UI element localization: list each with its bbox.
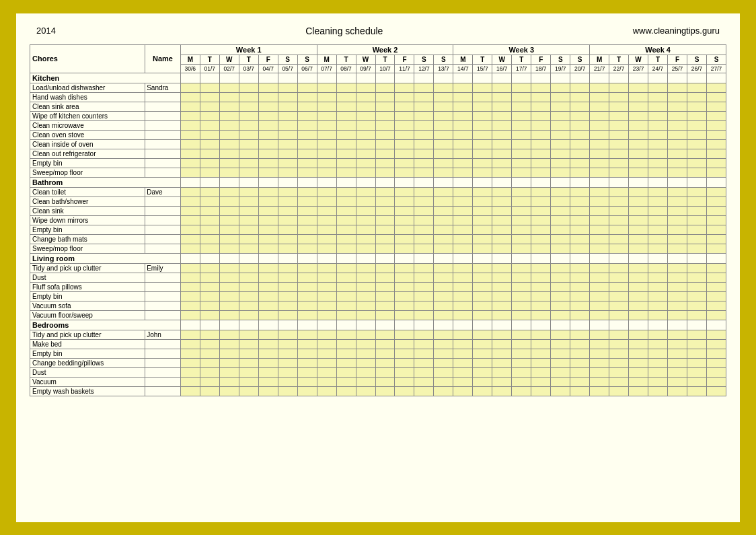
chore-3-2-day-3[interactable]	[239, 349, 258, 358]
chore-2-2-day-14[interactable]	[453, 282, 473, 291]
chore-3-6-day-22[interactable]	[609, 386, 629, 396]
chore-0-3-day-17[interactable]	[512, 111, 531, 120]
chore-1-4-day-4[interactable]	[258, 225, 278, 234]
chore-3-4-day-25[interactable]	[668, 367, 687, 377]
chore-0-5-day-12[interactable]	[414, 130, 434, 139]
chore-2-2-day-10[interactable]	[375, 282, 395, 291]
chore-3-0-day-13[interactable]	[434, 330, 453, 339]
chore-0-7-day-8[interactable]	[336, 149, 356, 158]
chore-0-6-day-5[interactable]	[278, 139, 297, 149]
chore-3-2-day-0[interactable]	[180, 349, 200, 358]
chore-0-4-day-15[interactable]	[473, 120, 492, 130]
chore-0-9-day-24[interactable]	[648, 168, 668, 177]
chore-1-3-day-26[interactable]	[687, 215, 707, 225]
chore-0-4-day-25[interactable]	[668, 120, 687, 130]
chore-0-2-day-0[interactable]	[180, 102, 200, 111]
chore-1-0-day-17[interactable]	[512, 187, 531, 197]
chore-1-6-day-14[interactable]	[453, 244, 473, 253]
chore-0-9-day-25[interactable]	[668, 168, 687, 177]
chore-3-1-day-14[interactable]	[453, 339, 473, 349]
chore-1-1-day-17[interactable]	[512, 197, 531, 206]
chore-3-1-day-15[interactable]	[473, 339, 492, 349]
chore-1-6-day-26[interactable]	[687, 244, 707, 253]
chore-3-0-day-5[interactable]	[278, 330, 297, 339]
chore-3-2-day-25[interactable]	[668, 349, 687, 358]
chore-3-6-day-25[interactable]	[668, 386, 687, 396]
chore-1-4-day-6[interactable]	[297, 225, 317, 234]
chore-0-2-day-2[interactable]	[219, 102, 239, 111]
chore-2-1-day-0[interactable]	[180, 273, 200, 282]
chore-2-2-day-15[interactable]	[473, 282, 492, 291]
chore-3-1-day-20[interactable]	[570, 339, 590, 349]
chore-0-3-day-11[interactable]	[395, 111, 414, 120]
chore-1-3-day-20[interactable]	[570, 215, 590, 225]
chore-3-4-day-7[interactable]	[317, 367, 336, 377]
chore-0-6-day-20[interactable]	[570, 139, 590, 149]
chore-0-9-day-17[interactable]	[512, 168, 531, 177]
chore-1-1-day-11[interactable]	[395, 197, 414, 206]
chore-2-5-day-26[interactable]	[687, 310, 707, 320]
chore-1-5-day-14[interactable]	[453, 234, 473, 244]
chore-3-2-day-24[interactable]	[648, 349, 668, 358]
chore-3-1-day-17[interactable]	[512, 339, 531, 349]
chore-2-3-day-10[interactable]	[375, 291, 395, 301]
chore-0-1-day-26[interactable]	[687, 92, 707, 102]
chore-3-4-day-5[interactable]	[278, 367, 297, 377]
chore-0-0-day-11[interactable]	[395, 83, 414, 92]
chore-1-5-day-13[interactable]	[434, 234, 453, 244]
chore-2-5-day-24[interactable]	[648, 310, 668, 320]
chore-0-4-day-16[interactable]	[492, 120, 512, 130]
chore-0-2-day-20[interactable]	[570, 102, 590, 111]
chore-3-6-day-27[interactable]	[706, 386, 726, 396]
chore-2-5-day-9[interactable]	[356, 310, 375, 320]
chore-0-8-day-10[interactable]	[375, 158, 395, 168]
chore-2-3-day-13[interactable]	[434, 291, 453, 301]
chore-0-3-day-6[interactable]	[297, 111, 317, 120]
chore-3-1-day-5[interactable]	[278, 339, 297, 349]
chore-3-0-day-7[interactable]	[317, 330, 336, 339]
chore-3-2-day-16[interactable]	[492, 349, 512, 358]
chore-1-5-day-10[interactable]	[375, 234, 395, 244]
chore-2-5-day-18[interactable]	[531, 310, 551, 320]
chore-3-3-day-25[interactable]	[668, 358, 687, 367]
chore-2-3-day-21[interactable]	[590, 291, 609, 301]
chore-0-6-day-7[interactable]	[317, 139, 336, 149]
chore-0-7-day-12[interactable]	[414, 149, 434, 158]
chore-0-6-day-16[interactable]	[492, 139, 512, 149]
chore-3-2-day-26[interactable]	[687, 349, 707, 358]
chore-2-4-day-16[interactable]	[492, 301, 512, 310]
chore-3-2-day-20[interactable]	[570, 349, 590, 358]
chore-3-1-day-1[interactable]	[200, 339, 219, 349]
chore-2-0-day-17[interactable]	[512, 263, 531, 273]
chore-0-7-day-24[interactable]	[648, 149, 668, 158]
chore-0-7-day-3[interactable]	[239, 149, 258, 158]
chore-2-5-day-20[interactable]	[570, 310, 590, 320]
chore-1-6-day-16[interactable]	[492, 244, 512, 253]
chore-2-3-day-1[interactable]	[200, 291, 219, 301]
chore-1-0-day-25[interactable]	[668, 187, 687, 197]
chore-1-6-day-3[interactable]	[239, 244, 258, 253]
chore-0-3-day-27[interactable]	[706, 111, 726, 120]
chore-1-0-day-11[interactable]	[395, 187, 414, 197]
chore-3-1-day-12[interactable]	[414, 339, 434, 349]
chore-1-6-day-24[interactable]	[648, 244, 668, 253]
chore-0-8-day-14[interactable]	[453, 158, 473, 168]
chore-2-2-day-8[interactable]	[336, 282, 356, 291]
chore-2-0-day-19[interactable]	[551, 263, 570, 273]
chore-3-0-day-19[interactable]	[551, 330, 570, 339]
chore-0-8-day-9[interactable]	[356, 158, 375, 168]
chore-0-2-day-11[interactable]	[395, 102, 414, 111]
chore-2-2-day-1[interactable]	[200, 282, 219, 291]
chore-2-1-day-23[interactable]	[629, 273, 648, 282]
chore-3-0-day-20[interactable]	[570, 330, 590, 339]
chore-0-1-day-8[interactable]	[336, 92, 356, 102]
chore-0-9-day-21[interactable]	[590, 168, 609, 177]
chore-2-1-day-10[interactable]	[375, 273, 395, 282]
chore-0-8-day-27[interactable]	[706, 158, 726, 168]
chore-3-3-day-6[interactable]	[297, 358, 317, 367]
chore-3-1-day-24[interactable]	[648, 339, 668, 349]
chore-1-4-day-11[interactable]	[395, 225, 414, 234]
chore-1-4-day-25[interactable]	[668, 225, 687, 234]
chore-0-4-day-0[interactable]	[180, 120, 200, 130]
chore-1-0-day-20[interactable]	[570, 187, 590, 197]
